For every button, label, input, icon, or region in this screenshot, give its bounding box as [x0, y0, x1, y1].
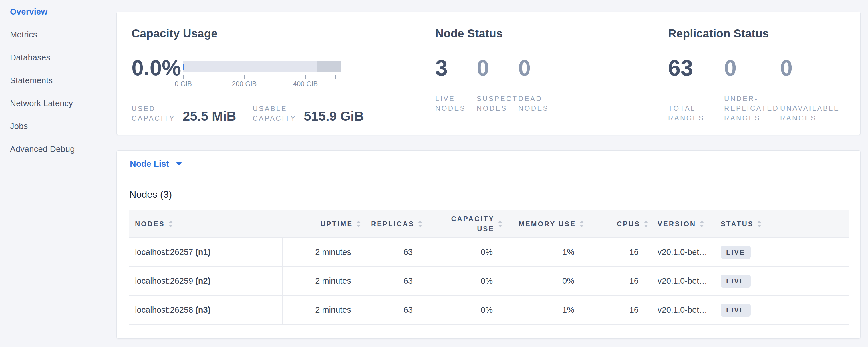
column-header-replicas[interactable]: REPLICAS — [363, 210, 424, 238]
sort-icon — [498, 221, 502, 227]
column-header-cpus[interactable]: CPUS — [586, 210, 650, 238]
uptime-cell: 2 minutes — [283, 238, 363, 266]
status-cell: LIVE — [713, 267, 848, 295]
usable-capacity-stat: USABLE CAPACITY 515.9 GiB — [252, 104, 364, 123]
live-nodes-value: 3 — [435, 57, 477, 79]
axis-label-400gib: 400 GiB — [293, 80, 318, 88]
live-nodes-label: LIVE NODES — [435, 94, 477, 113]
cpus-cell: 16 — [586, 238, 650, 266]
dead-nodes-label: DEAD NODES — [518, 94, 560, 113]
usable-capacity-value: 515.9 GiB — [304, 109, 364, 123]
usable-capacity-label: USABLE CAPACITY — [252, 104, 296, 123]
memory-use-cell: 1% — [504, 238, 586, 266]
uptime-cell: 2 minutes — [283, 267, 363, 295]
node-list-dropdown-label: Node List — [130, 159, 169, 169]
sidebar: Overview Metrics Databases Statements Ne… — [0, 0, 116, 347]
axis-label-200gib: 200 GiB — [232, 80, 257, 88]
capacity-axis-labels: 0 GiB 200 GiB 400 GiB — [183, 80, 341, 88]
node-status-section: Node Status 3 0 0 LIVE NODES SUSPECT NOD… — [435, 12, 668, 135]
sort-icon — [168, 221, 173, 227]
nodes-table-header: NODES UPTIME REPLICAS CAPACITY USE — [129, 210, 848, 238]
column-header-memory-use[interactable]: MEMORY USE — [504, 210, 586, 238]
main-content: Capacity Usage 0.0% — [116, 0, 868, 347]
capacity-use-cell: 0% — [424, 238, 504, 266]
node-address-cell[interactable]: localhost:26259 (n2) — [129, 267, 283, 295]
used-capacity-value: 25.5 MiB — [183, 109, 236, 123]
sort-icon — [700, 221, 704, 227]
capacity-use-cell: 0% — [424, 296, 504, 324]
status-badge: LIVE — [721, 275, 751, 288]
capacity-bar-reserved-segment — [317, 61, 341, 72]
view-selector-row: Node List — [117, 151, 860, 177]
capacity-bar — [183, 61, 341, 72]
status-cell: LIVE — [713, 238, 848, 266]
sort-icon — [356, 221, 361, 227]
unavailable-ranges-value: 0 — [780, 57, 836, 79]
capacity-bar-chart: 0 GiB 200 GiB 400 GiB — [183, 61, 341, 88]
sort-icon — [580, 221, 584, 227]
suspect-nodes-value: 0 — [477, 57, 518, 79]
table-row-node-n2[interactable]: localhost:26259 (n2) 2 minutes 63 0% 0% … — [129, 267, 848, 296]
column-header-capacity-use[interactable]: CAPACITY USE — [424, 210, 504, 238]
table-row-node-n1[interactable]: localhost:26257 (n1) 2 minutes 63 0% 1% … — [129, 238, 848, 267]
sort-icon — [644, 221, 648, 227]
used-capacity-label: USED CAPACITY — [131, 104, 175, 123]
status-cell: LIVE — [713, 296, 848, 324]
unavailable-ranges-label: UNAVAILABLE RANGES — [780, 103, 836, 123]
capacity-usage-title: Capacity Usage — [131, 27, 435, 40]
column-header-nodes[interactable]: NODES — [129, 210, 283, 238]
version-cell: v20.1.0-bet… — [650, 238, 713, 266]
cluster-summary-card: Capacity Usage 0.0% — [116, 12, 861, 135]
node-list-dropdown[interactable]: Node List — [130, 159, 182, 169]
node-list-card: Node List Nodes (3) NODES UPTIME — [116, 151, 861, 339]
sidebar-item-overview[interactable]: Overview — [10, 7, 116, 16]
table-row-node-n3[interactable]: localhost:26258 (n3) 2 minutes 63 0% 1% … — [129, 296, 848, 325]
node-address-cell[interactable]: localhost:26257 (n1) — [129, 238, 283, 266]
node-address-cell[interactable]: localhost:26258 (n3) — [129, 296, 283, 324]
app-root: Overview Metrics Databases Statements Ne… — [0, 0, 868, 347]
node-status-title: Node Status — [435, 27, 668, 40]
sidebar-item-jobs[interactable]: Jobs — [10, 122, 116, 130]
capacity-axis-ticks — [183, 72, 341, 79]
replication-status-title: Replication Status — [668, 27, 860, 40]
sort-icon — [757, 221, 762, 227]
sidebar-item-databases[interactable]: Databases — [10, 53, 116, 62]
under-replicated-ranges-label: UNDER- REPLICATED RANGES — [724, 94, 780, 123]
capacity-usage-section: Capacity Usage 0.0% — [117, 12, 435, 135]
total-ranges-value: 63 — [668, 57, 724, 79]
sort-icon — [418, 221, 423, 227]
total-ranges-label: TOTAL RANGES — [668, 103, 724, 123]
capacity-used-percent: 0.0% — [131, 57, 183, 79]
status-badge: LIVE — [721, 246, 751, 259]
replicas-cell: 63 — [363, 267, 424, 295]
used-capacity-stat: USED CAPACITY 25.5 MiB — [131, 104, 236, 123]
sidebar-item-metrics[interactable]: Metrics — [10, 30, 116, 39]
sidebar-item-advanced-debug[interactable]: Advanced Debug — [10, 145, 116, 153]
sidebar-item-statements[interactable]: Statements — [10, 76, 116, 85]
version-cell: v20.1.0-bet… — [650, 296, 713, 324]
dead-nodes-value: 0 — [518, 57, 560, 79]
axis-label-0gib: 0 GiB — [175, 80, 192, 88]
under-replicated-ranges-value: 0 — [724, 57, 780, 79]
column-header-version[interactable]: VERSION — [650, 210, 713, 238]
cpus-cell: 16 — [586, 267, 650, 295]
uptime-cell: 2 minutes — [283, 296, 363, 324]
version-cell: v20.1.0-bet… — [650, 267, 713, 295]
suspect-nodes-label: SUSPECT NODES — [477, 94, 518, 113]
column-header-uptime[interactable]: UPTIME — [283, 210, 363, 238]
status-badge: LIVE — [721, 304, 751, 317]
replication-status-section: Replication Status 63 0 0 TOTAL RANGES U… — [668, 12, 860, 135]
capacity-used-marker — [183, 64, 184, 70]
column-header-status[interactable]: STATUS — [713, 210, 848, 238]
memory-use-cell: 0% — [504, 267, 586, 295]
memory-use-cell: 1% — [504, 296, 586, 324]
sidebar-item-network-latency[interactable]: Network Latency — [10, 99, 116, 107]
replicas-cell: 63 — [363, 296, 424, 324]
chevron-down-icon — [176, 162, 182, 166]
replicas-cell: 63 — [363, 238, 424, 266]
nodes-table: NODES UPTIME REPLICAS CAPACITY USE — [129, 210, 848, 325]
capacity-use-cell: 0% — [424, 267, 504, 295]
cpus-cell: 16 — [586, 296, 650, 324]
nodes-heading: Nodes (3) — [129, 189, 860, 200]
